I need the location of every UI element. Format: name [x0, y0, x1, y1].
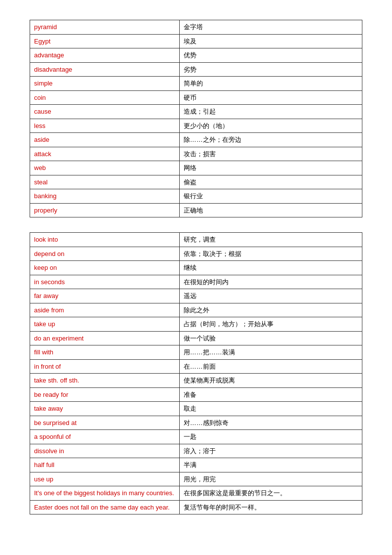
table-row: simple简单的 — [30, 77, 362, 91]
chinese-translation: 用……把……装满 — [179, 345, 362, 360]
table-row: aside除……之外；在旁边 — [30, 133, 362, 147]
table-row: disadvantage劣势 — [30, 62, 362, 77]
chinese-translation: 遥远 — [179, 289, 362, 303]
table-row: do an experiment做一个试验 — [30, 331, 362, 345]
english-term: Egypt — [30, 34, 180, 48]
english-term: Easter does not fall on the same day eac… — [30, 500, 180, 514]
table-row: half full半满 — [30, 458, 362, 472]
english-term: in seconds — [30, 275, 180, 289]
english-term: do an experiment — [30, 331, 180, 345]
table-row: steal偷盗 — [30, 175, 362, 189]
chinese-translation: 溶入；溶于 — [179, 444, 362, 458]
vocabulary-table-2: look into研究，调查depend on依靠；取决于；根据keep on继… — [30, 232, 362, 514]
chinese-translation: 占据（时间，地方）；开始从事 — [179, 317, 362, 332]
table-row: far away遥远 — [30, 289, 362, 303]
english-term: simple — [30, 77, 180, 91]
chinese-translation: 网络 — [179, 161, 362, 175]
chinese-translation: 除……之外；在旁边 — [179, 133, 362, 147]
chinese-translation: 硬币 — [179, 90, 362, 105]
chinese-translation: 在很多国家这是最重要的节日之一。 — [179, 486, 362, 501]
chinese-translation: 使某物离开或脱离 — [179, 374, 362, 388]
table-row: use up用光，用完 — [30, 472, 362, 486]
chinese-translation: 银行业 — [179, 189, 362, 204]
english-term: steal — [30, 175, 180, 189]
table-row: coin硬币 — [30, 90, 362, 105]
chinese-translation: 继续 — [179, 261, 362, 275]
english-term: web — [30, 161, 180, 175]
table-row: dissolve in溶入；溶于 — [30, 444, 362, 458]
chinese-translation: 取走 — [179, 402, 362, 416]
table-row: look into研究，调查 — [30, 233, 362, 247]
table-row: in seconds在很短的时间内 — [30, 275, 362, 289]
table-row: take sth. off sth.使某物离开或脱离 — [30, 374, 362, 388]
english-term: fill with — [30, 345, 180, 360]
chinese-translation: 更少小的（地） — [179, 119, 362, 133]
english-term: aside from — [30, 303, 180, 317]
english-term: be surprised at — [30, 416, 180, 430]
chinese-translation: 准备 — [179, 387, 362, 402]
table-row: take away取走 — [30, 402, 362, 416]
table-row: banking银行业 — [30, 189, 362, 204]
chinese-translation: 偷盗 — [179, 175, 362, 189]
table-row: properly正确地 — [30, 203, 362, 217]
english-term: less — [30, 119, 180, 133]
chinese-translation: 在很短的时间内 — [179, 275, 362, 289]
english-term: aside — [30, 133, 180, 147]
table-row: fill with用……把……装满 — [30, 345, 362, 360]
table-row: pyramid金字塔 — [30, 20, 362, 35]
english-term: take sth. off sth. — [30, 374, 180, 388]
chinese-translation: 在……前面 — [179, 359, 362, 374]
chinese-translation: 研究，调查 — [179, 233, 362, 247]
english-term: properly — [30, 203, 180, 217]
table-row: in front of在……前面 — [30, 359, 362, 374]
chinese-translation: 一匙 — [179, 430, 362, 444]
english-term: in front of — [30, 359, 180, 374]
table-row: be ready for准备 — [30, 387, 362, 402]
chinese-translation: 简单的 — [179, 77, 362, 91]
chinese-translation: 埃及 — [179, 34, 362, 48]
chinese-translation: 除此之外 — [179, 303, 362, 317]
english-term: far away — [30, 289, 180, 303]
vocabulary-table-1: pyramid金字塔Egypt埃及advantage优势disadvantage… — [30, 20, 362, 217]
table-row: cause造成；引起 — [30, 105, 362, 119]
english-term: banking — [30, 189, 180, 204]
chinese-translation: 正确地 — [179, 203, 362, 217]
chinese-translation: 复活节每年的时间不一样。 — [179, 500, 362, 514]
english-term: take up — [30, 317, 180, 332]
table-row: less更少小的（地） — [30, 119, 362, 133]
chinese-translation: 用光，用完 — [179, 472, 362, 486]
english-term: depend on — [30, 247, 180, 261]
table-row: Egypt埃及 — [30, 34, 362, 48]
chinese-translation: 劣势 — [179, 62, 362, 77]
table-row: aside from除此之外 — [30, 303, 362, 317]
english-term: take away — [30, 402, 180, 416]
english-term: coin — [30, 90, 180, 105]
table-row: It's one of the biggest holidays in many… — [30, 486, 362, 501]
chinese-translation: 半满 — [179, 458, 362, 472]
table-row: take up占据（时间，地方）；开始从事 — [30, 317, 362, 332]
chinese-translation: 金字塔 — [179, 20, 362, 35]
english-term: It's one of the biggest holidays in many… — [30, 486, 180, 501]
chinese-translation: 做一个试验 — [179, 331, 362, 345]
english-term: dissolve in — [30, 444, 180, 458]
english-term: advantage — [30, 48, 180, 63]
table-row: keep on继续 — [30, 261, 362, 275]
chinese-translation: 对……感到惊奇 — [179, 416, 362, 430]
chinese-translation: 依靠；取决于；根据 — [179, 247, 362, 261]
english-term: a spoonful of — [30, 430, 180, 444]
chinese-translation: 优势 — [179, 48, 362, 63]
english-term: half full — [30, 458, 180, 472]
table-row: Easter does not fall on the same day eac… — [30, 500, 362, 514]
english-term: attack — [30, 147, 180, 161]
chinese-translation: 攻击；损害 — [179, 147, 362, 161]
english-term: pyramid — [30, 20, 180, 35]
english-term: cause — [30, 105, 180, 119]
chinese-translation: 造成；引起 — [179, 105, 362, 119]
english-term: be ready for — [30, 387, 180, 402]
table-row: depend on依靠；取决于；根据 — [30, 247, 362, 261]
table-row: advantage优势 — [30, 48, 362, 63]
table-row: a spoonful of一匙 — [30, 430, 362, 444]
english-term: use up — [30, 472, 180, 486]
english-term: disadvantage — [30, 62, 180, 77]
table-row: attack攻击；损害 — [30, 147, 362, 161]
